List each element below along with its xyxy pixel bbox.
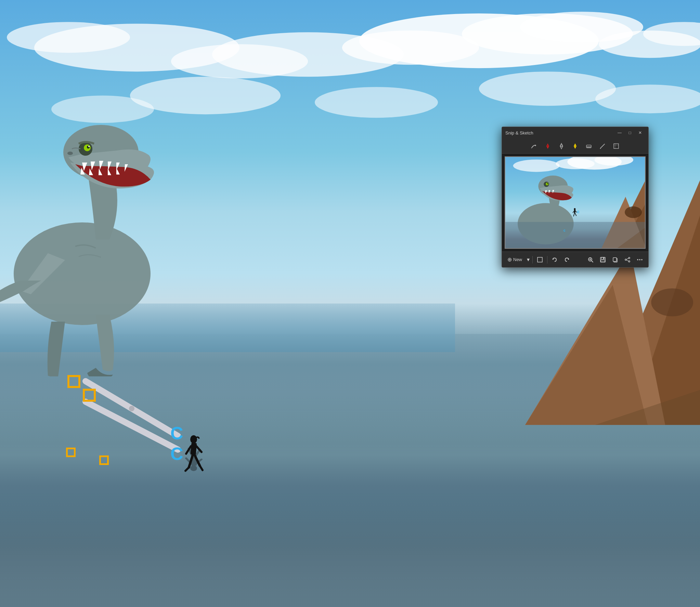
svg-line-41 [185,467,189,471]
svg-rect-30 [68,376,79,387]
zoom-button[interactable] [585,255,596,264]
svg-rect-98 [603,258,604,259]
copy-button[interactable] [609,255,621,264]
drawing-toolbar [502,139,648,154]
svg-point-106 [637,259,638,260]
svg-line-42 [200,466,203,470]
runner [183,433,205,481]
svg-marker-59 [600,148,601,149]
maximize-button[interactable]: □ [625,129,635,137]
touch-writing-tool[interactable] [528,141,540,152]
new-label: New [513,257,522,262]
svg-text:c: c [577,209,580,214]
svg-point-107 [639,259,640,260]
canvas-image: c c [505,157,645,248]
svg-point-49 [535,145,536,146]
share-icon [624,257,631,263]
svg-text:C: C [170,444,183,464]
svg-rect-60 [614,144,619,148]
svg-point-71 [546,183,548,185]
svg-marker-52 [560,143,563,149]
close-button[interactable]: ✕ [635,129,645,137]
svg-point-73 [574,208,575,210]
svg-line-58 [600,144,605,148]
svg-point-83 [625,206,642,218]
ballpoint-pen-tool[interactable] [542,141,554,152]
svg-rect-51 [547,145,548,147]
save-icon [600,257,606,263]
svg-text:c: c [563,229,566,232]
svg-point-43 [190,465,197,471]
separator-2 [547,256,547,263]
svg-point-7 [7,22,130,53]
svg-rect-74 [574,210,576,213]
snip-button[interactable] [534,255,546,264]
minimize-button[interactable]: — [615,129,624,137]
dinosaur [0,62,212,376]
snip-icon [537,257,543,263]
snip-sketch-window: Snip & Sketch — □ ✕ [502,127,649,268]
svg-text:C: C [170,423,183,443]
new-icon: ⊕ [507,256,512,263]
svg-line-104 [626,258,628,259]
svg-point-34 [129,406,134,411]
separator-1 [532,256,533,263]
svg-line-105 [626,260,628,261]
svg-rect-95 [600,257,605,262]
svg-point-67 [513,159,560,172]
svg-rect-57 [586,146,591,148]
redo-icon [564,257,570,263]
svg-point-27 [67,152,73,155]
redo-button[interactable] [561,255,573,264]
svg-rect-100 [613,258,617,261]
titlebar: Snip & Sketch — □ ✕ [502,127,648,139]
svg-point-35 [190,435,197,443]
share-button[interactable] [622,255,633,264]
svg-rect-55 [574,145,576,147]
undo-icon [552,257,558,263]
svg-line-92 [592,261,593,262]
app-title: Snip & Sketch [505,130,533,135]
highlighter-tool[interactable] [569,141,581,152]
new-chevron[interactable]: ▾ [526,255,531,264]
svg-rect-97 [601,260,605,262]
svg-point-102 [628,261,630,262]
crop-tool[interactable] [610,141,622,152]
more-button[interactable] [634,255,646,264]
svg-rect-53 [561,145,562,147]
svg-point-101 [628,257,630,259]
copy-icon [612,257,618,263]
pen-tool[interactable] [596,141,609,152]
svg-point-108 [641,259,643,260]
pencil-tool[interactable] [555,141,568,152]
more-icon [637,257,643,263]
svg-point-66 [556,158,594,169]
undo-button[interactable] [549,255,560,264]
zoom-icon [587,257,594,263]
svg-point-72 [547,183,548,184]
bottom-toolbar: ⊕ New ▾ [502,251,648,267]
canvas-area[interactable]: c c [505,156,646,249]
save-button[interactable] [597,255,609,264]
window-controls: — □ ✕ [615,129,645,137]
scissors-tool: C C [27,340,219,511]
svg-rect-88 [537,257,542,262]
eraser-tool[interactable] [583,141,595,152]
new-button[interactable]: ⊕ New [505,255,525,264]
svg-point-103 [625,259,626,260]
svg-rect-44 [190,457,197,466]
svg-point-26 [88,146,90,147]
svg-point-11 [315,87,438,118]
svg-point-19 [651,288,693,317]
